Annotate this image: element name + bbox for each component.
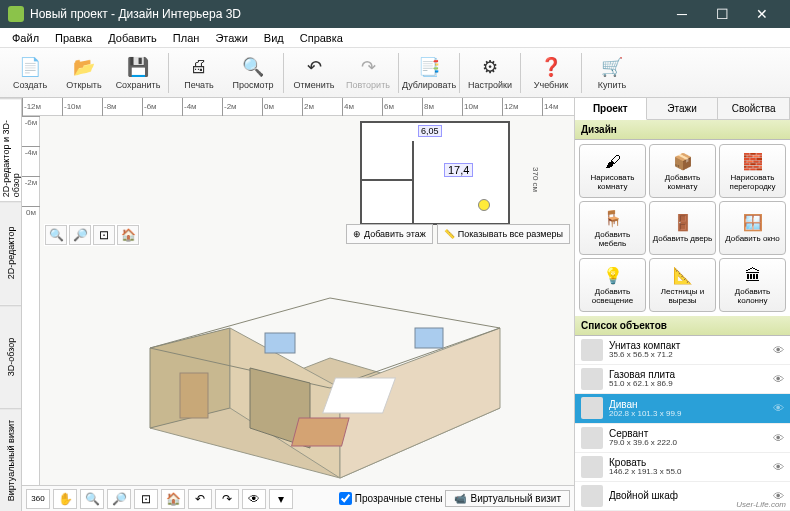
- undo-icon: ↶: [303, 56, 325, 78]
- buy-icon: 🛒: [601, 56, 623, 78]
- settings-button[interactable]: ⚙Настройки: [464, 50, 516, 96]
- right-tabs: ПроектЭтажиСвойства: [575, 98, 790, 120]
- svg-rect-6: [323, 378, 396, 413]
- duplicate-button[interactable]: 📑Дублировать: [403, 50, 455, 96]
- visibility-icon[interactable]: 👁: [773, 373, 784, 385]
- object-item-0[interactable]: Унитаз компакт35.6 x 56.5 x 71.2👁: [575, 336, 790, 365]
- ruler-horizontal: -12м-10м-8м-6м-4м-2м0м2м4м6м8м10м12м14м: [22, 98, 574, 116]
- rotate-r-button[interactable]: ↷: [215, 489, 239, 509]
- app-icon: [8, 6, 24, 22]
- object-item-2[interactable]: Диван202.8 x 101.3 x 99.9👁: [575, 394, 790, 423]
- add-door-tool[interactable]: 🚪Добавить дверь: [649, 201, 716, 255]
- object-list: Унитаз компакт35.6 x 56.5 x 71.2👁Газовая…: [575, 336, 790, 511]
- add-furniture-icon: 🪑: [602, 208, 624, 230]
- zoom-in-button[interactable]: 🔎: [69, 225, 91, 245]
- viewport[interactable]: 6,05 17,4 370 см 🔍 🔎 ⊡ 🏠 ⊕Добавить этаж …: [40, 116, 574, 485]
- add-furniture-tool[interactable]: 🪑Добавить мебель: [579, 201, 646, 255]
- zoom-out-button[interactable]: 🔍: [45, 225, 67, 245]
- view360-button[interactable]: 360: [26, 489, 50, 509]
- undo-button[interactable]: ↶Отменить: [288, 50, 340, 96]
- visibility-icon[interactable]: 👁: [773, 461, 784, 473]
- transparent-walls-checkbox[interactable]: Прозрачные стены: [339, 492, 443, 505]
- help-button[interactable]: ❓Учебник: [525, 50, 577, 96]
- view-3d[interactable]: [100, 228, 530, 485]
- draw-room-icon: 🖌: [602, 151, 624, 173]
- dropdown-button[interactable]: ▾: [269, 489, 293, 509]
- menu-Правка[interactable]: Правка: [47, 30, 100, 46]
- plan-2d[interactable]: 6,05 17,4 370 см: [360, 121, 510, 225]
- right-panel: ПроектЭтажиСвойства Дизайн 🖌Нарисовать к…: [574, 98, 790, 511]
- stairs-tool[interactable]: 📐Лестницы и вырезы: [649, 258, 716, 312]
- add-column-tool[interactable]: 🏛Добавить колонну: [719, 258, 786, 312]
- rotate-l-button[interactable]: ↶: [188, 489, 212, 509]
- visibility-icon[interactable]: 👁: [773, 344, 784, 356]
- canvas-area: -12м-10м-8м-6м-4м-2м0м2м4м6м8м10м12м14м …: [22, 98, 574, 511]
- save-button[interactable]: 💾Сохранить: [112, 50, 164, 96]
- eye-button[interactable]: 👁: [242, 489, 266, 509]
- menu-Добавить[interactable]: Добавить: [100, 30, 165, 46]
- left-tab-1[interactable]: 2D-редактор: [0, 201, 21, 304]
- buy-button[interactable]: 🛒Купить: [586, 50, 638, 96]
- open-button[interactable]: 📂Открыть: [58, 50, 110, 96]
- add-door-icon: 🚪: [672, 212, 694, 234]
- right-tab-1[interactable]: Этажи: [647, 98, 719, 119]
- pan-button[interactable]: ✋: [53, 489, 77, 509]
- draw-room-tool[interactable]: 🖌Нарисовать комнату: [579, 144, 646, 198]
- save-icon: 💾: [127, 56, 149, 78]
- design-header: Дизайн: [575, 120, 790, 140]
- duplicate-icon: 📑: [418, 56, 440, 78]
- maximize-button[interactable]: ☐: [702, 0, 742, 28]
- fit-button[interactable]: ⊡: [134, 489, 158, 509]
- redo-button[interactable]: ↷Повторить: [342, 50, 394, 96]
- svg-rect-8: [180, 373, 208, 418]
- print-icon: 🖨: [188, 56, 210, 78]
- menu-Файл[interactable]: Файл: [4, 30, 47, 46]
- right-tab-0[interactable]: Проект: [575, 98, 647, 120]
- svg-rect-9: [265, 333, 295, 353]
- add-room-tool[interactable]: 📦Добавить комнату: [649, 144, 716, 198]
- camera-marker[interactable]: [478, 199, 490, 211]
- object-item-1[interactable]: Газовая плита51.0 x 62.1 x 86.9👁: [575, 365, 790, 394]
- zoomin2-button[interactable]: 🔎: [107, 489, 131, 509]
- redo-icon: ↷: [357, 56, 379, 78]
- add-column-icon: 🏛: [742, 265, 764, 287]
- svg-rect-7: [292, 418, 350, 446]
- svg-rect-10: [415, 328, 443, 348]
- add-window-icon: 🪟: [742, 212, 764, 234]
- virtual-visit-button[interactable]: 📹Виртуальный визит: [445, 490, 570, 507]
- left-tab-2[interactable]: 3D-обзор: [0, 305, 21, 408]
- add-light-icon: 💡: [602, 265, 624, 287]
- right-tab-2[interactable]: Свойства: [718, 98, 790, 119]
- left-tabs: 2D-редактор и 3D-обзор2D-редактор3D-обзо…: [0, 98, 22, 511]
- object-thumb-icon: [581, 427, 603, 449]
- bottom-toolbar: 360 ✋ 🔍 🔎 ⊡ 🏠 ↶ ↷ 👁 ▾ Прозрачные стены 📹…: [22, 485, 574, 511]
- room-area-1: 6,05: [418, 125, 442, 137]
- visibility-icon[interactable]: 👁: [773, 432, 784, 444]
- menu-План[interactable]: План: [165, 30, 208, 46]
- help-icon: ❓: [540, 56, 562, 78]
- left-tab-3[interactable]: Виртуальный визит: [0, 408, 21, 511]
- room-area-2: 17,4: [444, 163, 473, 177]
- new-icon: 📄: [19, 56, 41, 78]
- menu-Справка[interactable]: Справка: [292, 30, 351, 46]
- draw-wall-tool[interactable]: 🧱Нарисовать перегородку: [719, 144, 786, 198]
- menu-Этажи[interactable]: Этажи: [207, 30, 255, 46]
- zoomout2-button[interactable]: 🔍: [80, 489, 104, 509]
- visibility-icon[interactable]: 👁: [773, 402, 784, 414]
- close-button[interactable]: ✕: [742, 0, 782, 28]
- home2-button[interactable]: 🏠: [161, 489, 185, 509]
- watermark: User-Life.com: [736, 500, 786, 509]
- add-window-tool[interactable]: 🪟Добавить окно: [719, 201, 786, 255]
- minimize-button[interactable]: ─: [662, 0, 702, 28]
- add-light-tool[interactable]: 💡Добавить освещение: [579, 258, 646, 312]
- preview-button[interactable]: 🔍Просмотр: [227, 50, 279, 96]
- left-tab-0[interactable]: 2D-редактор и 3D-обзор: [0, 98, 21, 201]
- object-item-4[interactable]: Кровать146.2 x 191.3 x 55.0👁: [575, 453, 790, 482]
- new-button[interactable]: 📄Создать: [4, 50, 56, 96]
- print-button[interactable]: 🖨Печать: [173, 50, 225, 96]
- tools-grid: 🖌Нарисовать комнату📦Добавить комнату🧱Нар…: [575, 140, 790, 316]
- menubar: ФайлПравкаДобавитьПланЭтажиВидСправка: [0, 28, 790, 48]
- window-title: Новый проект - Дизайн Интерьера 3D: [30, 7, 662, 21]
- menu-Вид[interactable]: Вид: [256, 30, 292, 46]
- object-item-3[interactable]: Сервант79.0 x 39.6 x 222.0👁: [575, 424, 790, 453]
